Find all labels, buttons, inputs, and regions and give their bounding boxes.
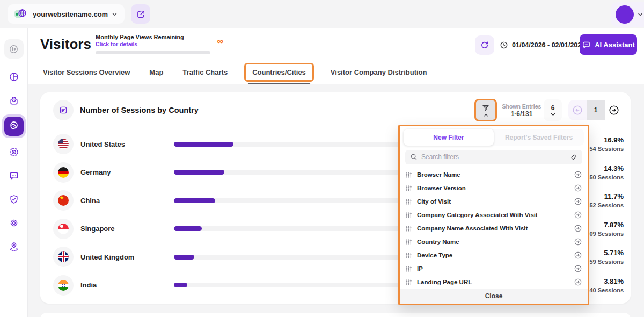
row-values: 3.81% 40 Sessions xyxy=(589,277,624,293)
filter-item[interactable]: Country Name xyxy=(405,235,582,249)
sidebar-item-settings[interactable] xyxy=(4,213,24,233)
sidebar-item-acquisition[interactable] xyxy=(4,91,24,110)
arrow-right-circle-icon[interactable] xyxy=(574,211,582,219)
tab-new-filter[interactable]: New Filter xyxy=(404,129,494,146)
gear-icon xyxy=(9,218,19,228)
filter-search-input[interactable] xyxy=(421,153,566,161)
country-name: United Kingdom xyxy=(80,253,174,261)
sidebar-item-dashboard[interactable] xyxy=(4,67,24,87)
eraser-icon[interactable] xyxy=(569,153,577,161)
external-link-icon xyxy=(136,10,145,19)
ai-assistant-button[interactable]: AI Assistant xyxy=(580,34,637,55)
country-flag-icon xyxy=(53,275,74,296)
country-flag-icon xyxy=(53,134,74,154)
filter-item[interactable]: IP xyxy=(405,262,582,276)
focus-lens-icon xyxy=(9,147,19,157)
filter-item[interactable]: City of Visit xyxy=(405,195,582,208)
infinity-value: ∞ xyxy=(217,37,223,46)
arrow-right-circle-icon[interactable] xyxy=(574,251,582,260)
sessions-percent: 7.87% xyxy=(589,221,624,229)
row-values: 11.7% 52 Sessions xyxy=(589,192,624,208)
arrow-right-circle-icon[interactable] xyxy=(574,278,582,286)
sessions-count: 52 Sessions xyxy=(589,202,624,208)
sidebar-collapse-button[interactable] xyxy=(4,39,24,59)
sessions-bar xyxy=(174,198,215,203)
country-flag-icon xyxy=(53,162,74,183)
sliders-icon xyxy=(405,185,412,192)
sidebar-item-location[interactable] xyxy=(4,237,24,256)
sliders-icon xyxy=(405,252,412,259)
filter-item[interactable]: Company Name Associated With Visit xyxy=(405,222,582,235)
account-menu[interactable] xyxy=(611,2,644,27)
filter-close-button[interactable]: Close xyxy=(400,289,588,304)
quota-details-link[interactable]: Click for details xyxy=(96,41,210,47)
arrow-right-circle-icon[interactable] xyxy=(574,197,582,206)
sessions-bar xyxy=(174,255,194,260)
sidebar-item-privacy[interactable] xyxy=(4,190,24,209)
tab-saved-filters[interactable]: Report's Saved Filters xyxy=(494,129,584,146)
chevron-up-icon xyxy=(483,113,489,117)
filter-item[interactable]: Landing Page URL xyxy=(405,276,582,289)
open-website-button[interactable] xyxy=(131,4,150,24)
collapse-arrow-icon xyxy=(9,44,19,54)
next-page-button[interactable] xyxy=(605,100,623,120)
next-card-edge xyxy=(40,313,631,317)
sessions-bar xyxy=(174,283,187,287)
arrow-right-circle-icon[interactable] xyxy=(574,224,582,233)
arrow-right-circle-icon[interactable] xyxy=(574,264,582,273)
filter-panel-tabs: New Filter Report's Saved Filters xyxy=(404,129,584,146)
page-header: Visitors Monthly Page Views Remaining Cl… xyxy=(28,28,644,84)
filter-item-label: Company Name Associated With Visit xyxy=(417,225,528,232)
sidebar-item-behavior[interactable] xyxy=(4,142,24,162)
website-favicon-icon xyxy=(14,8,28,20)
visitors-tabs: Visitor Sessions Overview Map Traffic Ch… xyxy=(40,60,429,84)
website-selector[interactable]: yourwebsitename.com xyxy=(8,4,125,24)
tab-map[interactable]: Map xyxy=(147,63,166,82)
shown-entries-label: Shown Entries xyxy=(502,103,541,110)
filter-search xyxy=(405,150,582,164)
arrow-right-circle-icon[interactable] xyxy=(574,184,582,192)
filter-item-label: IP xyxy=(417,265,423,272)
arrow-right-circle-icon[interactable] xyxy=(574,237,582,246)
arrow-right-circle-icon xyxy=(608,104,620,116)
row-values: 5.71% 59 Sessions xyxy=(589,249,624,265)
sessions-count: 50 Sessions xyxy=(589,174,624,181)
prev-page-button[interactable] xyxy=(568,100,587,120)
sidebar-item-communication[interactable] xyxy=(4,166,24,185)
chevron-down-icon[interactable] xyxy=(111,11,118,18)
filter-button[interactable] xyxy=(474,99,497,121)
sessions-count: 59 Sessions xyxy=(589,258,624,265)
tab-visitor-company-distribution[interactable]: Visitor Company Distribution xyxy=(328,63,430,82)
chevron-down-icon xyxy=(550,112,556,117)
filter-item[interactable]: Browser Name xyxy=(405,168,582,182)
ai-assistant-label: AI Assistant xyxy=(595,41,635,49)
sliders-icon xyxy=(405,225,412,232)
tab-countries-cities[interactable]: Countries/Cities xyxy=(244,63,314,82)
refresh-button[interactable] xyxy=(475,35,494,55)
quota-widget: Monthly Page Views Remaining Click for d… xyxy=(96,34,210,54)
filter-item[interactable]: Device Type xyxy=(405,249,582,262)
sessions-bar xyxy=(174,226,202,231)
tab-traffic-charts[interactable]: Traffic Charts xyxy=(180,63,230,82)
sidebar-item-visitors-active[interactable] xyxy=(2,114,26,138)
quota-progress-bar xyxy=(96,51,210,54)
page-size-select[interactable]: 6 xyxy=(544,99,562,121)
current-page[interactable]: 1 xyxy=(587,100,605,120)
bag-icon xyxy=(9,95,19,106)
card-title: Number of Sessions by Country xyxy=(80,106,199,114)
top-bar: yourwebsitename.com xyxy=(0,0,644,28)
sessions-percent: 14.3% xyxy=(589,164,624,172)
filter-item[interactable]: Company Category Associated With Visit xyxy=(405,208,582,222)
filter-item-label: Device Type xyxy=(417,252,452,258)
tab-visitor-sessions-overview[interactable]: Visitor Sessions Overview xyxy=(40,63,133,82)
sessions-bar xyxy=(174,170,224,175)
shown-entries-value: 1-6/131 xyxy=(502,110,541,118)
row-values: 7.87% 09 Sessions xyxy=(589,221,624,237)
chevron-down-icon xyxy=(637,11,643,18)
arrow-right-circle-icon[interactable] xyxy=(574,170,582,179)
pagination: 1 xyxy=(568,100,623,120)
filter-item[interactable]: Browser Version xyxy=(405,182,582,195)
report-note-icon xyxy=(53,100,74,120)
sessions-percent: 16.9% xyxy=(589,136,624,144)
ai-chat-icon xyxy=(582,40,591,49)
